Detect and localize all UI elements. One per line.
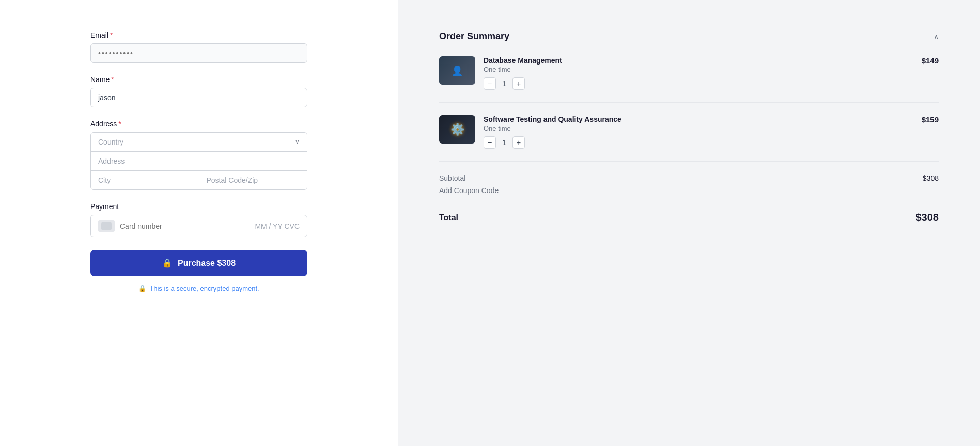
form-container: Email * Name * Address * [90, 31, 307, 292]
lock-icon: 🔒 [162, 258, 173, 268]
chevron-up-icon[interactable]: ∧ [934, 33, 939, 41]
total-line: Total $308 [439, 203, 939, 224]
item-price-software: $159 [922, 115, 939, 124]
item-name-software: Software Testing and Quality Assurance [484, 115, 913, 123]
required-indicator: * [118, 120, 121, 128]
coupon-line: Add Coupon Code [439, 186, 939, 195]
qty-control-database: − 1 + [484, 77, 913, 90]
email-input-wrapper [90, 43, 307, 63]
item-thumbnail-database: 👤 [439, 56, 475, 85]
thumb-db: 👤 [439, 56, 475, 85]
city-input[interactable] [91, 171, 199, 189]
sw-thumb-icon: ⚙️ [450, 123, 464, 136]
name-input[interactable] [90, 88, 307, 107]
item-info-database: Database Management One time − 1 + [484, 56, 913, 90]
required-indicator: * [111, 75, 114, 84]
address-line-input[interactable] [91, 152, 307, 171]
order-summary-title: Order Summary [439, 31, 509, 42]
card-number-input[interactable] [120, 222, 250, 230]
order-item-database: 👤 Database Management One time − 1 + $14… [439, 56, 939, 103]
item-info-software: Software Testing and Quality Assurance O… [484, 115, 913, 149]
qty-value-database: 1 [501, 79, 507, 88]
city-zip-row [91, 171, 307, 189]
card-date-cvc: MM / YY CVC [255, 222, 300, 230]
zip-input[interactable] [199, 171, 307, 189]
total-value: $308 [916, 212, 939, 224]
subtotal-line: Subtotal $308 [439, 174, 939, 182]
item-thumbnail-software: ⚙️ [439, 115, 475, 144]
order-summary-header: Order Summary ∧ [439, 31, 939, 42]
address-label: Address * [90, 120, 307, 128]
email-label: Email * [90, 31, 307, 39]
secure-notice-text: This is a secure, encrypted payment. [149, 284, 259, 292]
qty-increase-database[interactable]: + [512, 77, 525, 90]
card-icon-inner [101, 222, 112, 230]
address-group: Address * Country United States United K… [90, 120, 307, 190]
subtotal-value: $308 [923, 174, 939, 182]
qty-value-software: 1 [501, 138, 507, 147]
purchase-button[interactable]: 🔒 Purchase $308 [90, 250, 307, 276]
email-group: Email * [90, 31, 307, 63]
qty-decrease-database[interactable]: − [484, 77, 496, 90]
item-freq-software: One time [484, 124, 913, 132]
coupon-link[interactable]: Add Coupon Code [439, 186, 499, 195]
item-freq-database: One time [484, 66, 913, 73]
required-indicator: * [110, 31, 113, 39]
payment-label: Payment [90, 202, 307, 211]
country-select[interactable]: Country United States United Kingdom Can… [91, 133, 307, 151]
order-summary-panel: Order Summary ∧ 👤 Database Management On… [398, 0, 980, 446]
name-label: Name * [90, 75, 307, 84]
db-thumb-icon: 👤 [452, 65, 463, 76]
checkout-form-panel: Email * Name * Address * [0, 0, 398, 446]
thumb-sw: ⚙️ [439, 115, 475, 144]
item-price-database: $149 [922, 56, 939, 65]
qty-increase-software[interactable]: + [512, 136, 525, 149]
total-label: Total [439, 213, 458, 222]
secure-lock-small-icon: 🔒 [138, 285, 146, 292]
purchase-button-label: Purchase $308 [178, 259, 236, 268]
payment-input-wrapper: MM / YY CVC [90, 215, 307, 237]
name-group: Name * [90, 75, 307, 107]
email-input[interactable] [90, 43, 307, 63]
card-icon [98, 220, 115, 232]
payment-group: Payment MM / YY CVC [90, 202, 307, 237]
qty-decrease-software[interactable]: − [484, 136, 496, 149]
country-wrapper: Country United States United Kingdom Can… [91, 133, 307, 152]
subtotal-label: Subtotal [439, 174, 465, 182]
address-fields: Country United States United Kingdom Can… [90, 132, 307, 190]
qty-control-software: − 1 + [484, 136, 913, 149]
item-name-database: Database Management [484, 56, 913, 65]
secure-notice: 🔒 This is a secure, encrypted payment. [90, 284, 307, 292]
order-item-software: ⚙️ Software Testing and Quality Assuranc… [439, 115, 939, 162]
